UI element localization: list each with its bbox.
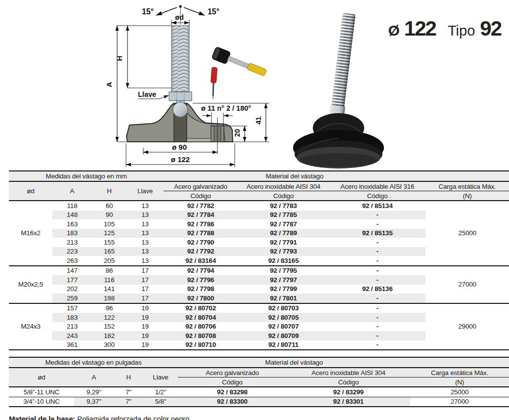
code-galv-cell: 92 / 7792 <box>164 247 238 256</box>
dim-a-cell: 243 <box>52 331 92 340</box>
code-aisi316-cell: - <box>329 247 425 256</box>
technical-drawing: 15° 15° ød <box>0 0 282 170</box>
header-medidas-mm: Medidas del vástago en mm <box>9 171 164 181</box>
dim-llave-cell: 13 <box>127 219 164 229</box>
photo-stud <box>329 13 356 121</box>
column-header-h: H <box>92 181 127 201</box>
dim-h-cell: 155 <box>92 238 127 247</box>
dim-h-cell: 152 <box>92 322 127 332</box>
base-material-label: Material de la base: <box>9 415 75 420</box>
dim-a-cell: 259 <box>52 294 92 303</box>
header-spacer <box>410 357 509 368</box>
column-header-aisi304: Acero inoxidable AISI 304 <box>238 181 329 191</box>
code-aisi304-cell: 92 / 7783 <box>238 201 329 210</box>
column-header-carga: Carga estática Máx. <box>410 368 509 378</box>
subheader-codigo-galv: Código <box>164 191 238 201</box>
code-aisi304-cell: 92 / 80709 <box>238 331 329 340</box>
dim-h: H <box>115 26 171 88</box>
carga-cell: 25000 <box>410 387 509 397</box>
code-galv-cell: 92 / 7798 <box>164 285 238 294</box>
product-photo <box>286 8 392 171</box>
wrench-flats <box>169 92 192 101</box>
subheader-codigo-304: Código <box>287 378 410 387</box>
code-galv-cell: 92 / 83298 <box>178 387 287 397</box>
table-mm: Medidas del vástago en mm Material del v… <box>9 170 509 350</box>
code-galv-cell: 92 / 80708 <box>164 331 238 340</box>
thread-size-cell: M20x2,5 <box>9 266 52 303</box>
code-aisi316-cell: - <box>329 331 425 340</box>
dim-a-cell: 183 <box>52 313 92 322</box>
code-galv-cell: 92 / 7786 <box>164 219 238 229</box>
ball-joint <box>173 102 188 117</box>
carga-cell: 29000 <box>425 303 509 350</box>
holes-label: ø 11 n° 2 / 180° <box>201 104 251 112</box>
dim-llave-cell: 17 <box>127 294 164 303</box>
header-medidas-pulgadas: Medidas del vástago en pulgadas <box>9 357 178 368</box>
dim-h-cell: 205 <box>92 256 127 266</box>
code-galv-cell: 92 / 7784 <box>164 210 238 220</box>
code-galv-cell: 92 / 80702 <box>164 303 238 313</box>
column-header-a: A <box>52 181 92 201</box>
dim-a-cell: 157 <box>52 303 92 313</box>
type-label: Tipo <box>448 23 475 39</box>
table-inches-body: 5/8”-11 UNC9,29"7"1/2”92 / 8329892 / 832… <box>9 387 509 407</box>
dim-a-cell: 263 <box>52 256 92 266</box>
code-aisi316-cell: - <box>329 266 425 276</box>
column-header-galvanizado: Acero galvanizado <box>178 368 287 378</box>
diameter-symbol: Ø <box>388 22 399 39</box>
code-aisi316-cell: - <box>329 322 425 332</box>
code-aisi316-cell: 92 / 85134 <box>329 201 425 210</box>
dim-llave-cell: 19 <box>127 303 164 313</box>
code-galv-cell: 92 / 80710 <box>164 340 238 350</box>
dim-h-cell: 7" <box>114 397 143 407</box>
subheader-codigo-galv: Código <box>178 378 287 387</box>
code-aisi304-cell: 92 / 80707 <box>238 322 329 332</box>
code-galv-cell: 92 / 80704 <box>164 313 238 322</box>
dim-a-cell: 9,37" <box>74 397 114 407</box>
code-aisi304-cell: 92 / 7801 <box>238 294 329 303</box>
column-header-h: H <box>114 368 143 387</box>
code-aisi316-cell: - <box>329 275 425 285</box>
dim-llave-cell: 13 <box>127 256 164 266</box>
code-aisi316-cell: - <box>329 238 425 247</box>
column-header-llave: Llave <box>143 368 178 387</box>
code-aisi316-cell: - <box>329 256 425 266</box>
llave-label: Llave <box>138 90 156 98</box>
table-inches: Medidas del vástago en pulgadas Material… <box>9 357 509 407</box>
table-row: M20x2,5147861792 / 779492 / 7795-27000 <box>9 266 509 276</box>
dim-llave-cell: 19 <box>127 331 164 340</box>
thread-group: M24x3157961992 / 8070292 / 80703-2900018… <box>9 303 509 350</box>
type-value: 92 <box>480 17 501 41</box>
code-aisi316-cell: - <box>329 340 425 350</box>
code-aisi304-cell: 92 / 7797 <box>238 275 329 285</box>
page-title: Ø 122 Tipo 92 <box>388 17 501 41</box>
code-aisi304-cell: 92 / 83299 <box>287 387 410 397</box>
header-material: Material del vástago <box>164 171 425 181</box>
dim-a-cell: 202 <box>52 285 92 294</box>
column-header-a: A <box>74 368 114 387</box>
dim-llave-cell: 19 <box>127 313 164 322</box>
thread-group: M16x2118601392 / 778292 / 778392 / 85134… <box>9 201 509 266</box>
dim-h-cell: 7" <box>114 387 143 397</box>
diameter-value: 122 <box>404 17 436 41</box>
dim-h-cell: 60 <box>92 201 127 210</box>
column-header-carga: Carga estática Máx. <box>425 181 509 191</box>
code-aisi316-cell: - <box>329 210 425 220</box>
dim-a: A <box>105 26 127 142</box>
dim-od-label: ød <box>175 13 184 21</box>
thread-size-cell: M24x3 <box>9 303 52 350</box>
dim-h-cell: 141 <box>92 285 127 294</box>
code-aisi316-cell: - <box>329 219 425 229</box>
dia-90-label: ø 90 <box>172 143 187 151</box>
dim-a-cell: 213 <box>52 238 92 247</box>
carga-cell: 27000 <box>410 397 509 407</box>
code-aisi304-cell: 92 / 7789 <box>238 229 329 238</box>
dim-h-cell: 182 <box>92 331 127 340</box>
code-aisi304-cell: 92 / 80703 <box>238 303 329 313</box>
code-galv-cell: 92 / 83164 <box>164 256 238 266</box>
code-aisi304-cell: 92 / 7795 <box>238 266 329 276</box>
dim-a-cell: 177 <box>52 275 92 285</box>
code-aisi304-cell: 92 / 83165 <box>238 256 329 266</box>
dim-h-cell: 300 <box>92 340 127 350</box>
column-header-galvanizado: Acero galvanizado <box>164 181 238 191</box>
